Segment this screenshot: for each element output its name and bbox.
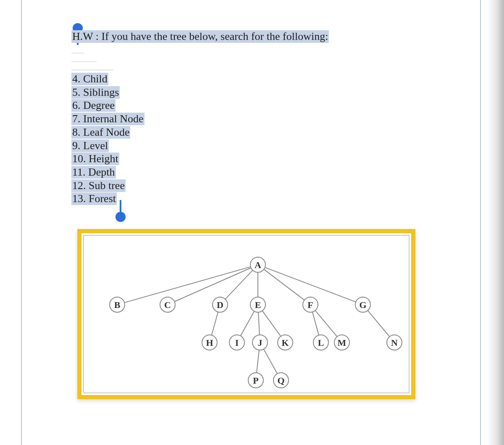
- tree-edge: [264, 269, 304, 300]
- homework-title: H.W : If you have the tree below, search…: [71, 30, 428, 43]
- tree-node-label: K: [281, 337, 289, 348]
- tree-node-label: G: [359, 300, 366, 310]
- tree-node-label: C: [164, 300, 171, 310]
- tree-node-a: A: [250, 257, 265, 272]
- document-page: H.W : If you have the tree below, search…: [0, 0, 504, 445]
- tree-node-i: I: [229, 335, 244, 350]
- question-item: 13. Forest: [71, 192, 428, 205]
- question-item-text: 13. Forest: [71, 192, 117, 205]
- question-item-text: 9. Level: [71, 140, 109, 152]
- question-item-text: 10. Height: [71, 153, 119, 165]
- page-margin-right: [480, 0, 481, 445]
- tree-node-label: Q: [277, 375, 284, 386]
- question-item-text: 12. Sub tree: [71, 179, 126, 192]
- tree-edge: [264, 349, 278, 374]
- tree-node-label: P: [253, 375, 258, 386]
- redacted-line: [71, 47, 428, 53]
- tree-node-label: D: [217, 300, 223, 310]
- tree-edge: [225, 270, 252, 299]
- page-margin-left: [21, 0, 22, 445]
- tree-node-label: L: [318, 337, 324, 348]
- tree-edge: [124, 267, 250, 303]
- tree-node-label: J: [258, 337, 262, 348]
- question-item: 12. Sub tree: [71, 179, 428, 192]
- tree-edge: [241, 311, 255, 336]
- selection-handle-end-icon[interactable]: [116, 212, 126, 222]
- question-item: 11. Depth: [71, 166, 428, 179]
- question-item: 7. Internal Node: [71, 112, 428, 126]
- tree-node-b: B: [110, 297, 125, 312]
- tree-edge: [312, 312, 319, 335]
- tree-node-label: E: [255, 300, 261, 310]
- question-item-text: 11. Depth: [71, 166, 116, 179]
- tree-edge: [258, 312, 260, 335]
- tree-node-j: J: [252, 335, 268, 350]
- question-list: 4. Child5. Siblings6. Degree7. Internal …: [71, 72, 428, 205]
- tree-node-e: E: [250, 297, 265, 312]
- document-text-block: H.W : If you have the tree below, search…: [71, 30, 428, 205]
- tree-node-label: F: [307, 300, 313, 310]
- tree-node-label: B: [114, 300, 121, 310]
- tree-node-d: D: [213, 297, 228, 312]
- redacted-lines: [71, 47, 428, 70]
- tree-edge: [257, 350, 259, 373]
- tree-node-label: A: [255, 260, 261, 270]
- tree-node-m: M: [334, 335, 349, 350]
- redacted-line: [71, 64, 428, 70]
- question-item-text: 5. Siblings: [71, 86, 120, 99]
- tree-edge: [262, 311, 281, 337]
- tree-node-label: H: [206, 337, 213, 348]
- question-item: 10. Height: [71, 152, 428, 166]
- tree-node-g: G: [355, 297, 370, 312]
- tree-diagram: ABCDEFGHIJKLMNPQ: [81, 233, 411, 395]
- tree-figure-frame: ABCDEFGHIJKLMNPQ: [77, 229, 415, 399]
- question-item: 9. Level: [71, 139, 428, 153]
- question-item-text: 8. Leaf Node: [71, 126, 130, 139]
- tree-node-n: N: [387, 335, 402, 350]
- question-item-text: 6. Degree: [71, 99, 116, 112]
- tree-node-c: C: [160, 297, 175, 312]
- tree-node-label: I: [235, 337, 239, 348]
- tree-edge: [368, 311, 390, 337]
- question-item-text: 4. Child: [71, 73, 108, 85]
- tree-node-label: N: [391, 337, 398, 348]
- question-item: 4. Child: [71, 72, 428, 86]
- tree-node-p: P: [248, 373, 263, 388]
- tree-node-l: L: [313, 335, 328, 350]
- page-shadow-edge: [487, 0, 504, 445]
- tree-node-f: F: [303, 297, 318, 312]
- tree-node-q: Q: [273, 373, 289, 388]
- question-item: 6. Degree: [71, 99, 428, 112]
- question-item-text: 7. Internal Node: [71, 113, 144, 125]
- tree-node-label: M: [338, 337, 346, 348]
- tree-node-k: K: [278, 335, 293, 350]
- tree-node-h: H: [202, 335, 217, 350]
- question-item: 8. Leaf Node: [71, 126, 428, 139]
- question-item: 5. Siblings: [71, 86, 428, 99]
- homework-title-text: H.W : If you have the tree below, search…: [71, 30, 329, 43]
- tree-edge: [212, 312, 218, 335]
- redacted-line: [71, 55, 428, 61]
